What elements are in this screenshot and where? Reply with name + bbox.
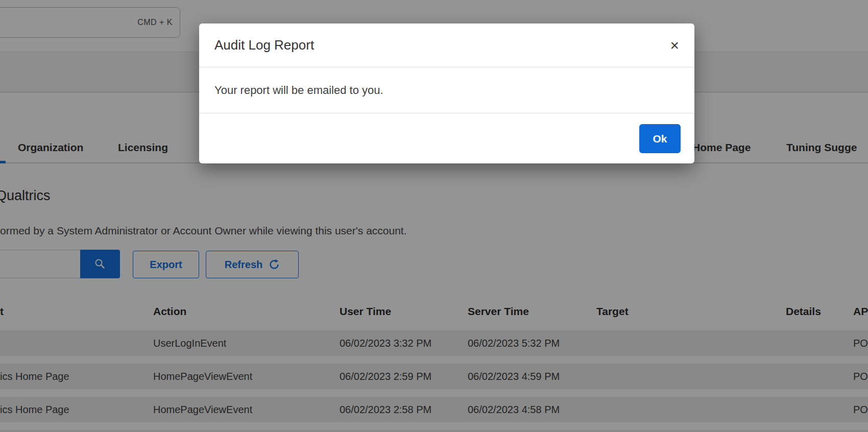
dialog-body: Your report will be emailed to you. (199, 67, 694, 113)
screen: CMD + K Organization Licensing Home Page… (0, 0, 868, 432)
dialog-message: Your report will be emailed to you. (214, 84, 383, 97)
close-icon[interactable]: × (670, 38, 679, 53)
dialog-footer: Ok (199, 113, 694, 163)
audit-log-report-dialog: Audit Log Report × Your report will be e… (199, 23, 694, 163)
dialog-title: Audit Log Report (214, 37, 314, 53)
dialog-header: Audit Log Report × (199, 23, 694, 67)
ok-button[interactable]: Ok (639, 124, 681, 153)
